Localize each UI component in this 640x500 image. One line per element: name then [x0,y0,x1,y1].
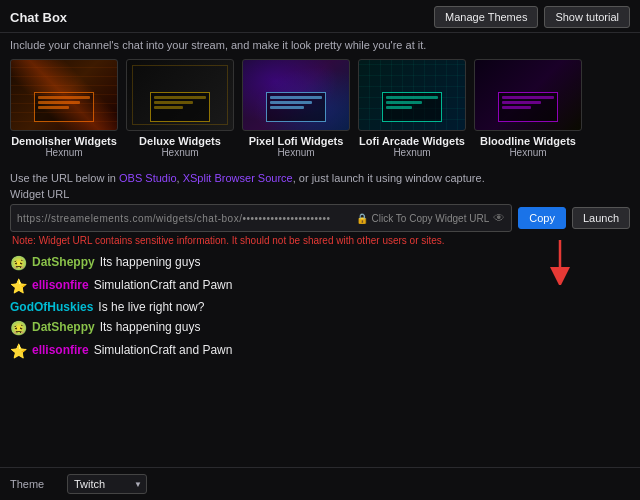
theme-select-row: Theme Twitch YouTube Facebook Custom [0,467,640,500]
chat-username-3: GodOfHuskies [10,299,93,316]
chat-icon-1: 🤢 [10,254,27,274]
arrow-indicator [540,235,580,288]
url-masked-text: https://streamelements.com/widgets/chat-… [17,213,352,224]
url-input-wrap: https://streamelements.com/widgets/chat-… [10,204,512,232]
url-row: https://streamelements.com/widgets/chat-… [10,204,630,232]
theme-name-deluxe: Deluxe Widgets [139,135,221,147]
theme-thumbnail-deluxe [126,59,234,131]
theme-brand-deluxe: Hexnum [161,147,198,158]
chat-message-3: GodOfHuskies Is he live right now? [10,299,630,316]
theme-card-arcade[interactable]: Lofi Arcade Widgets Hexnum [358,59,466,158]
widget-url-label: Widget URL [10,188,630,200]
chat-message-1: 🤢 DatSheppy Its happening guys [10,254,630,274]
header-actions: Manage Themes Show tutorial [434,6,630,28]
theme-brand-demolisher: Hexnum [45,147,82,158]
theme-brand-lofi: Hexnum [277,147,314,158]
lock-icon: 🔒 [356,213,368,224]
chat-icon-4: 🤢 [10,319,27,339]
chat-message-5: ⭐ ellisonfire SimulationCraft and Pawn [10,342,630,362]
copy-url-label[interactable]: Click To Copy Widget URL [372,213,490,224]
show-tutorial-button[interactable]: Show tutorial [544,6,630,28]
theme-name-arcade: Lofi Arcade Widgets [359,135,465,147]
chat-text-4: Its happening guys [100,319,201,336]
chat-icon-5: ⭐ [10,342,27,362]
themes-row: Demolisher Widgets Hexnum Deluxe Widgets… [0,59,640,166]
theme-select-wrap[interactable]: Twitch YouTube Facebook Custom [67,474,147,494]
theme-name-bloodline: Bloodline Widgets [480,135,576,147]
chat-text-2: SimulationCraft and Pawn [94,277,233,294]
chat-text-3: Is he live right now? [98,299,204,316]
theme-select-label: Theme [10,478,55,490]
theme-card-demolisher[interactable]: Demolisher Widgets Hexnum [10,59,118,158]
chat-message-4: 🤢 DatSheppy Its happening guys [10,319,630,339]
url-note: Note: Widget URL contains sensitive info… [10,235,630,246]
subtitle: Include your channel's chat into your st… [0,33,640,59]
obs-note: Use the URL below in OBS Studio, XSplit … [0,166,640,188]
theme-brand-bloodline: Hexnum [509,147,546,158]
chat-username-2: ellisonfire [32,277,89,294]
chat-text-5: SimulationCraft and Pawn [94,342,233,359]
theme-brand-arcade: Hexnum [393,147,430,158]
theme-name-demolisher: Demolisher Widgets [11,135,117,147]
theme-thumbnail-lofi [242,59,350,131]
theme-select[interactable]: Twitch YouTube Facebook Custom [67,474,147,494]
theme-card-deluxe[interactable]: Deluxe Widgets Hexnum [126,59,234,158]
chat-username-5: ellisonfire [32,342,89,359]
copy-button[interactable]: Copy [518,207,566,229]
chat-username-4: DatSheppy [32,319,95,336]
chat-text-1: Its happening guys [100,254,201,271]
theme-card-bloodline[interactable]: Bloodline Widgets Hexnum [474,59,582,158]
theme-card-lofi[interactable]: Pixel Lofi Widgets Hexnum [242,59,350,158]
xsplit-link[interactable]: XSplit Browser Source [183,172,293,184]
header: Chat Box Manage Themes Show tutorial [0,0,640,33]
chat-icon-2: ⭐ [10,277,27,297]
theme-thumbnail-bloodline [474,59,582,131]
theme-thumbnail-demolisher [10,59,118,131]
launch-button[interactable]: Launch [572,207,630,229]
theme-thumbnail-arcade [358,59,466,131]
theme-name-lofi: Pixel Lofi Widgets [249,135,344,147]
manage-themes-button[interactable]: Manage Themes [434,6,538,28]
page-title: Chat Box [10,10,67,25]
chat-username-1: DatSheppy [32,254,95,271]
obs-link[interactable]: OBS Studio [119,172,176,184]
eye-icon[interactable]: 👁 [493,211,505,225]
chat-message-2: ⭐ ellisonfire SimulationCraft and Pawn [10,277,630,297]
